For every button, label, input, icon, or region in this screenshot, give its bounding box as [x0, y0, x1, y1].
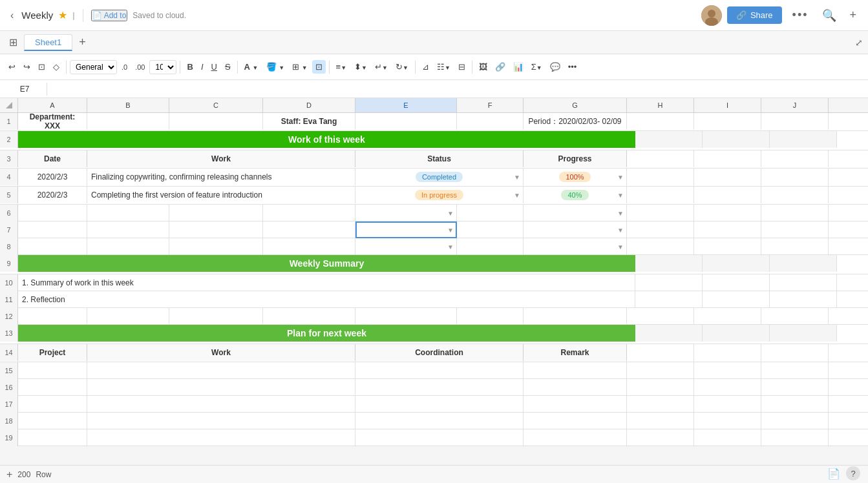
add-tab-button[interactable]: + — [75, 34, 90, 50]
align-h-button[interactable]: ≡▼ — [333, 60, 350, 74]
cell-i19[interactable] — [694, 429, 761, 446]
image-button[interactable]: 🖼 — [476, 60, 491, 74]
cell-j10[interactable] — [770, 274, 837, 291]
row-num-14[interactable]: 14 — [0, 344, 18, 361]
cell-a4[interactable]: 2020/2/3 — [18, 169, 87, 185]
more-tools-button[interactable]: ••• — [565, 60, 580, 74]
cell-j8[interactable] — [761, 238, 829, 255]
cell-g18[interactable] — [524, 413, 627, 429]
col-header-e[interactable]: E — [355, 98, 457, 112]
cell-h1[interactable] — [627, 113, 694, 130]
undo-button[interactable]: ↩ — [5, 60, 19, 74]
cell-g15[interactable] — [524, 362, 627, 379]
cell-reference-input[interactable] — [5, 85, 44, 94]
cell-h11[interactable] — [635, 291, 703, 308]
cell-a5[interactable]: 2020/2/3 — [18, 187, 87, 203]
row-num-18[interactable]: 18 — [0, 413, 18, 429]
cell-g16[interactable] — [524, 379, 627, 396]
dec-decimal-button[interactable]: .0 — [118, 61, 131, 73]
freeze-button[interactable]: ⊟ — [455, 60, 469, 74]
cell-e7[interactable]: ▼ — [355, 221, 457, 238]
cell-e8[interactable]: ▼ — [355, 238, 457, 255]
cell-a15[interactable] — [18, 362, 87, 379]
cell-e19[interactable] — [355, 429, 524, 446]
cell-j18[interactable] — [761, 413, 829, 429]
cell-e1[interactable] — [355, 113, 457, 130]
cell-a8[interactable] — [18, 238, 87, 255]
dropdown-arrow-e5[interactable]: ▼ — [514, 192, 520, 199]
cell-b7[interactable] — [87, 221, 169, 238]
cell-i18[interactable] — [694, 413, 761, 429]
cell-d8[interactable] — [263, 238, 355, 255]
cell-h8[interactable] — [627, 238, 694, 255]
cell-a6[interactable] — [18, 205, 87, 221]
cell-b4-merged[interactable]: Finalizing copywriting, confirming relea… — [87, 169, 355, 185]
cell-j11[interactable] — [770, 291, 837, 308]
cell-h13[interactable] — [635, 325, 703, 342]
cell-j4[interactable] — [761, 169, 829, 185]
cell-g6[interactable]: ▼ — [524, 205, 627, 221]
cell-e6[interactable]: ▼ — [355, 205, 457, 221]
cell-g4[interactable]: 100% ▼ — [524, 169, 627, 185]
cell-i2[interactable] — [703, 131, 770, 148]
cell-j12[interactable] — [761, 308, 829, 325]
row-num-8[interactable]: 8 — [0, 238, 18, 255]
row-num-10[interactable]: 10 — [0, 274, 18, 291]
cell-j17[interactable] — [761, 396, 829, 413]
font-color-button[interactable]: A ▼ — [241, 60, 262, 74]
wrap-button[interactable]: ↵▼ — [372, 60, 391, 74]
cell-c7[interactable] — [169, 221, 263, 238]
cell-j3[interactable] — [761, 150, 829, 167]
inc-decimal-button[interactable]: .00 — [132, 61, 148, 73]
more-button[interactable]: ••• — [787, 6, 814, 25]
col-header-b[interactable]: B — [87, 98, 169, 112]
cell-h18[interactable] — [627, 413, 694, 429]
bold-button[interactable]: B — [184, 60, 196, 74]
share-button[interactable]: 🔗 Share — [727, 6, 782, 24]
cell-i6[interactable] — [694, 205, 761, 221]
cell-h16[interactable] — [627, 379, 694, 396]
cell-i17[interactable] — [694, 396, 761, 413]
cell-d6[interactable] — [263, 205, 355, 221]
row-num-1[interactable]: 1 — [0, 113, 18, 130]
cell-f12[interactable] — [457, 308, 524, 325]
dropdown-arrow-e6[interactable]: ▼ — [447, 210, 454, 217]
cell-b17[interactable] — [87, 396, 355, 413]
cell-e16[interactable] — [355, 379, 524, 396]
row-num-16[interactable]: 16 — [0, 379, 18, 396]
cell-j13[interactable] — [770, 325, 837, 342]
cell-e14[interactable]: Coordination — [355, 344, 524, 361]
cell-g19[interactable] — [524, 429, 627, 446]
cell-b3-merged[interactable]: Work — [87, 150, 355, 167]
strikethrough-button[interactable]: S — [222, 60, 234, 74]
cell-a1[interactable]: Department: XXX — [18, 113, 87, 130]
row-num-15[interactable]: 15 — [0, 362, 18, 379]
cell-g7[interactable]: ▼ — [524, 221, 627, 238]
copy-format-button[interactable]: ⊡ — [35, 60, 48, 74]
cell-b8[interactable] — [87, 238, 169, 255]
cell-c1[interactable] — [169, 113, 263, 130]
search-button[interactable]: 🔍 — [818, 6, 840, 25]
cell-f8[interactable] — [457, 238, 524, 255]
align-v-button[interactable]: ⬍▼ — [351, 60, 370, 74]
cell-a7[interactable] — [18, 221, 87, 238]
cell-h12[interactable] — [627, 308, 694, 325]
cell-a14[interactable]: Project — [18, 344, 87, 361]
cell-a18[interactable] — [18, 413, 87, 429]
cell-e3[interactable]: Status — [355, 150, 524, 167]
row-num-9[interactable]: 9 — [0, 255, 18, 272]
cell-g8[interactable]: ▼ — [524, 238, 627, 255]
cell-b16[interactable] — [87, 379, 355, 396]
expand-button[interactable]: ⤢ — [855, 37, 863, 48]
cell-j1[interactable] — [761, 113, 829, 130]
cell-b19[interactable] — [87, 429, 355, 446]
cell-b15[interactable] — [87, 362, 355, 379]
merge-button[interactable]: ⊡ — [312, 60, 326, 74]
cell-i4[interactable] — [694, 169, 761, 185]
cell-a11-merged[interactable]: 2. Reflection — [18, 291, 635, 308]
cell-i9[interactable] — [703, 255, 770, 272]
cell-f6[interactable] — [457, 205, 524, 221]
col-header-j[interactable]: J — [761, 98, 829, 112]
cell-h9[interactable] — [635, 255, 703, 272]
cell-g17[interactable] — [524, 396, 627, 413]
